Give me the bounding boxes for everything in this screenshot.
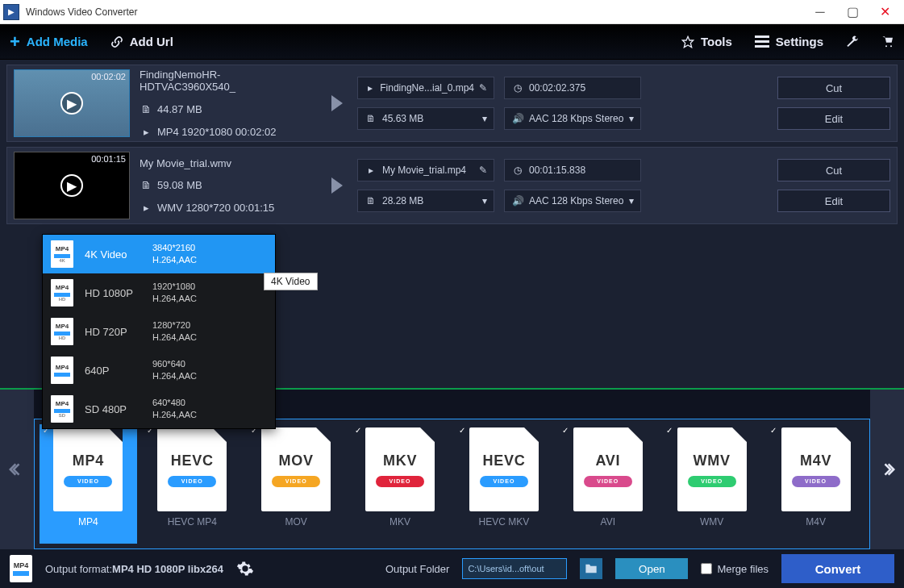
output-name-field[interactable]: ▸ FindingNe...ial_0.mp4 ✎ (357, 77, 494, 99)
output-duration-field: ◷ 00:02:02.375 (504, 77, 641, 99)
footer-bar: MP4 Output format:MP4 HD 1080P libx264 O… (0, 549, 904, 588)
resolution-option-4k-video[interactable]: MP44K 4K Video 3840*2160H.264,AAC (43, 235, 275, 273)
video-icon: ▸ (140, 125, 152, 138)
video-badge: VIDEO (792, 476, 840, 487)
format-card-mov[interactable]: ✓ MOV VIDEO MOV (248, 424, 345, 544)
tools-button[interactable]: Tools (681, 35, 732, 48)
cart-button[interactable] (881, 35, 894, 48)
menu-icon (755, 35, 769, 48)
source-spec: WMV 1280*720 00:01:15 (157, 202, 274, 214)
resolution-name: 4K Video (85, 248, 141, 261)
output-size-select[interactable]: 🗎 45.63 MB ▾ (357, 107, 494, 130)
file-row: 00:01:15 ▶ My Movie_trial.wmv 🗎59.08 MB … (6, 147, 898, 224)
output-size-text: 28.28 MB (382, 195, 423, 206)
tools-label: Tools (701, 35, 732, 48)
thumbnail[interactable]: 00:01:15 ▶ (14, 152, 130, 219)
check-icon: ✓ (355, 426, 361, 435)
scroll-left-button[interactable] (0, 390, 34, 549)
gear-icon[interactable] (236, 560, 254, 578)
minimize-button[interactable]: ─ (804, 1, 836, 23)
maximize-button[interactable]: ▢ (836, 1, 869, 23)
resolution-option-hd-720p[interactable]: MP4HD HD 720P 1280*720H.264,AAC (43, 312, 275, 351)
mp4-icon: MP4HD (51, 279, 73, 307)
output-audio-select[interactable]: 🔊 AAC 128 Kbps Stereo ▾ (504, 190, 641, 212)
check-icon: ✓ (562, 426, 569, 435)
mp4-icon: MP4 (51, 357, 73, 384)
resolution-option-640p[interactable]: MP4 640P 960*640H.264,AAC (43, 351, 275, 390)
format-label: MP4 (73, 452, 104, 469)
cut-button[interactable]: Cut (777, 159, 890, 181)
resolution-name: HD 1080P (85, 287, 141, 299)
format-card-mp4[interactable]: ✓ MP4 VIDEO MP4 (40, 424, 137, 544)
mp4-icon: MP4SD (51, 395, 73, 423)
edit-icon[interactable]: ✎ (479, 82, 487, 94)
format-label: HEVC (482, 452, 525, 469)
convert-arrow-icon (319, 94, 348, 113)
duration-overlay: 00:01:15 (91, 154, 126, 164)
video-badge: VIDEO (688, 476, 736, 487)
format-label: M4V (800, 452, 831, 469)
format-label: MKV (383, 452, 417, 469)
edit-icon[interactable]: ✎ (479, 165, 487, 176)
video-icon: ▸ (140, 202, 152, 215)
output-audio-select[interactable]: 🔊 AAC 128 Kbps Stereo ▾ (504, 107, 641, 130)
output-name-field[interactable]: ▸ My Movie_trial.mp4 ✎ (357, 159, 494, 181)
video-badge: VIDEO (376, 476, 424, 487)
output-size-select[interactable]: 🗎 28.28 MB ▾ (357, 190, 494, 212)
output-duration-text: 00:02:02.375 (529, 82, 585, 94)
cut-button[interactable]: Cut (777, 77, 890, 99)
resolution-option-sd-480p[interactable]: MP4SD SD 480P 640*480H.264,AAC (43, 390, 275, 428)
format-card-hevc-mkv[interactable]: ✓ HEVC VIDEO HEVC MKV (456, 424, 553, 544)
clock-icon: ◷ (511, 164, 524, 177)
file-icon: 🗎 (365, 194, 377, 207)
output-format: Output format:MP4 HD 1080P libx264 (45, 563, 223, 575)
file-row: 00:02:02 ▶ FindingNemoHR-HDTVAC3960X540_… (6, 65, 898, 142)
output-folder-label: Output Folder (385, 563, 450, 575)
settings-button[interactable]: Settings (755, 35, 823, 48)
output-format-label: Output format: (45, 563, 112, 575)
add-url-button[interactable]: Add Url (110, 35, 173, 48)
format-card-wmv[interactable]: ✓ WMV VIDEO WMV (663, 424, 760, 544)
resolution-name: SD 480P (85, 403, 141, 415)
format-card-avi[interactable]: ✓ AVI VIDEO AVI (559, 424, 656, 544)
output-name-text: My Movie_trial.mp4 (382, 165, 466, 176)
svg-point-2 (890, 45, 892, 47)
format-label: MOV (279, 452, 314, 469)
file-meta: FindingNemoHR-HDTVAC3960X540_ 🗎44.87 MB … (140, 69, 309, 138)
resolution-option-hd-1080p[interactable]: MP4HD HD 1080P 1920*1080H.264,AAC (43, 273, 275, 312)
format-card-m4v[interactable]: ✓ M4V VIDEO M4V (767, 424, 864, 544)
thumbnail[interactable]: 00:02:02 ▶ (14, 69, 130, 137)
titlebar: ▶ Windows Video Converter ─ ▢ ✕ (0, 0, 904, 24)
file-size: 44.87 MB (157, 103, 202, 115)
format-page-icon: HEVC VIDEO (469, 427, 539, 511)
wrench-icon (846, 35, 859, 48)
convert-button[interactable]: Convert (781, 554, 894, 583)
key-button[interactable] (846, 35, 859, 48)
format-page-icon: WMV VIDEO (677, 427, 747, 511)
browse-folder-button[interactable] (580, 558, 602, 579)
format-card-mkv[interactable]: ✓ MKV VIDEO MKV (352, 424, 449, 544)
merge-checkbox-input[interactable] (701, 563, 712, 574)
merge-checkbox[interactable]: Merge files (701, 563, 769, 575)
file-name: FindingNemoHR-HDTVAC3960X540_ (140, 69, 309, 93)
open-button[interactable]: Open (615, 558, 688, 579)
file-icon: 🗎 (140, 102, 152, 115)
close-button[interactable]: ✕ (869, 1, 901, 23)
add-media-button[interactable]: + Add Media (10, 31, 88, 52)
format-card-hevc-mp4[interactable]: ✓ HEVC VIDEO HEVC MP4 (144, 424, 241, 544)
output-folder-field[interactable]: C:\Users\id...oft\out (462, 558, 567, 579)
svg-marker-0 (682, 36, 693, 47)
resolution-info: 1920*1080H.264,AAC (152, 281, 197, 306)
tooltip: 4K Video (264, 273, 318, 290)
speaker-icon: 🔊 (511, 112, 524, 125)
main-toolbar: + Add Media Add Url Tools Settings (0, 24, 904, 60)
edit-button[interactable]: Edit (777, 190, 890, 212)
star-icon (681, 35, 694, 48)
resolution-info: 3840*2160H.264,AAC (152, 242, 197, 267)
scroll-right-button[interactable] (870, 390, 904, 549)
chevron-down-icon: ▾ (482, 113, 487, 124)
format-page-icon: M4V VIDEO (781, 427, 851, 511)
edit-button[interactable]: Edit (777, 107, 890, 130)
video-badge: VIDEO (584, 476, 632, 487)
chevron-down-icon: ▾ (629, 195, 634, 206)
